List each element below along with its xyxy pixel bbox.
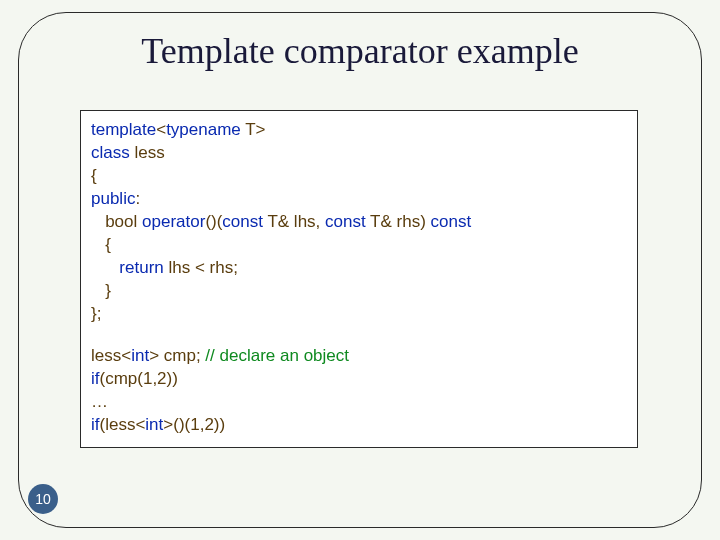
- keyword: int: [145, 415, 163, 434]
- code-text: }: [91, 281, 111, 300]
- code-text: ()(: [205, 212, 222, 231]
- comment: // declare an object: [205, 346, 349, 365]
- keyword: const: [431, 212, 472, 231]
- code-text: {: [91, 235, 111, 254]
- code-text: (cmp(1,2)): [100, 369, 178, 388]
- page-number-badge: 10: [28, 484, 58, 514]
- code-box: template<typename T> class less { public…: [80, 110, 638, 448]
- code-text: T& rhs): [366, 212, 431, 231]
- code-text: less: [130, 143, 165, 162]
- keyword: operator: [142, 212, 205, 231]
- code-text: };: [91, 304, 101, 323]
- code-text: T>: [241, 120, 266, 139]
- spacer: [91, 325, 627, 345]
- code-text: :: [135, 189, 140, 208]
- keyword: const: [325, 212, 366, 231]
- slide: Template comparator example template<typ…: [0, 0, 720, 540]
- keyword: class: [91, 143, 130, 162]
- keyword: int: [131, 346, 149, 365]
- code-text: (less<: [100, 415, 146, 434]
- code-text: T& lhs,: [263, 212, 325, 231]
- slide-title: Template comparator example: [0, 30, 720, 72]
- keyword: return: [119, 258, 163, 277]
- code-text: [91, 258, 119, 277]
- code-text: <: [156, 120, 166, 139]
- keyword: const: [222, 212, 263, 231]
- code-text: less<: [91, 346, 131, 365]
- page-number: 10: [35, 491, 51, 507]
- keyword: if: [91, 369, 100, 388]
- keyword: if: [91, 415, 100, 434]
- code-text: > cmp;: [149, 346, 205, 365]
- code-text: bool: [91, 212, 142, 231]
- code-text: …: [91, 392, 108, 411]
- code-text: >()(1,2)): [163, 415, 225, 434]
- code-text: lhs < rhs;: [164, 258, 238, 277]
- code-text: {: [91, 166, 97, 185]
- keyword: public: [91, 189, 135, 208]
- code-block: template<typename T> class less { public…: [91, 119, 627, 437]
- keyword: template: [91, 120, 156, 139]
- keyword: typename: [166, 120, 241, 139]
